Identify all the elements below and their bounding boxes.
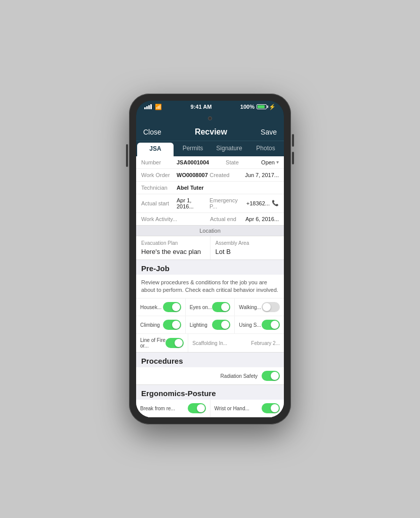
- scaffolding-date: February 2...: [251, 340, 280, 346]
- actual-start-row: Actual start Apr 1, 2016... Emergency P.…: [136, 194, 284, 213]
- status-left: 📶: [144, 104, 162, 110]
- housekeeping-toggle[interactable]: [163, 302, 181, 312]
- housekeeping-label: Housek...: [140, 305, 161, 310]
- number-row: Number JSA0001004 State Open ▾: [136, 156, 284, 169]
- technician-value: Abel Tuter: [177, 185, 204, 191]
- ergonomics-row: Break from re... Wrist or Hand...: [136, 400, 284, 417]
- emergency-p-label: Emergency P...: [209, 197, 246, 209]
- jsa-form: Number JSA0001004 State Open ▾ Work Orde…: [136, 156, 284, 226]
- pre-job-toggles: Housek... Eyes on... Walking...: [136, 298, 284, 353]
- climbing-toggle[interactable]: [163, 320, 181, 330]
- technician-label: Technician: [141, 185, 177, 191]
- work-order-label: Work Order: [141, 172, 177, 178]
- state-label: State: [226, 159, 261, 165]
- volume-up-button[interactable]: [292, 134, 294, 147]
- wrist-or-hand-label: Wrist or Hand...: [215, 406, 249, 411]
- technician-row: Technician Abel Tuter: [136, 182, 284, 194]
- pre-job-description: Review procedures & conditions for the j…: [136, 275, 284, 299]
- work-order-row: Work Order WO0008007 Created Jun 7, 2017…: [136, 169, 284, 182]
- tab-jsa[interactable]: JSA: [137, 143, 174, 156]
- chevron-down-icon[interactable]: ▾: [276, 159, 279, 165]
- battery-icon: [257, 104, 267, 109]
- nav-title: Recview: [195, 127, 227, 137]
- nav-bar: Close Recview Save: [136, 123, 284, 141]
- signal-icon: [144, 104, 152, 109]
- toggle-row-3: Line of Fire or... Scaffolding In... Feb…: [136, 334, 284, 352]
- climbing-label: Climbing: [140, 322, 160, 328]
- scaffolding-label: Scaffolding In...: [192, 340, 227, 346]
- ergonomics-header: Ergonomics-Posture: [136, 385, 284, 400]
- state-badge: Open ▾: [261, 159, 279, 165]
- status-time: 9:41 AM: [191, 104, 212, 110]
- tab-photos[interactable]: Photos: [247, 141, 284, 156]
- state-value: Open: [261, 159, 275, 165]
- status-right: 100% ⚡: [240, 104, 276, 110]
- power-button[interactable]: [126, 144, 128, 167]
- evacuation-cell[interactable]: Evacuation Plan Here's the evac plan: [136, 236, 211, 260]
- procedures-row: Radiation Safety: [136, 367, 284, 385]
- camera-dot: [208, 116, 212, 120]
- scaffolding-toggle-item: Scaffolding In... February 2...: [188, 334, 284, 352]
- work-activity-row: Work Activity... Actual end Apr 6, 2016.…: [136, 213, 284, 225]
- evacuation-plan-label: Evacuation Plan: [141, 240, 205, 246]
- number-label: Number: [141, 159, 177, 165]
- assembly-area-label: Assembly Area: [216, 240, 279, 246]
- content-area: Number JSA0001004 State Open ▾ Work Orde…: [136, 156, 284, 418]
- actual-start-value: Apr 1, 2016...: [177, 197, 209, 209]
- lighting-label: Lighting: [190, 322, 207, 328]
- phone-icon[interactable]: 📞: [272, 200, 279, 206]
- using-s-label: Using S...: [239, 322, 261, 328]
- pre-job-header: Pre-Job: [136, 260, 284, 275]
- volume-down-button[interactable]: [292, 152, 294, 164]
- radiation-safety-toggle[interactable]: [262, 371, 280, 381]
- actual-end-value: Apr 6, 2016...: [245, 216, 279, 222]
- eyes-on-toggle-item: Eyes on...: [186, 298, 235, 316]
- phone-screen: 📶 9:41 AM 100% ⚡ Close Recview Save JSA …: [136, 101, 284, 418]
- close-button[interactable]: Close: [143, 128, 161, 136]
- number-value: JSA0001004: [177, 159, 209, 165]
- work-order-value: WO0008007: [177, 172, 208, 178]
- wrist-or-hand-toggle[interactable]: [262, 403, 280, 413]
- walking-label: Walking...: [239, 305, 261, 310]
- battery-percent: 100%: [240, 104, 255, 110]
- lightning-icon: ⚡: [269, 104, 276, 110]
- walking-toggle[interactable]: [262, 302, 280, 312]
- eyes-on-label: Eyes on...: [190, 305, 212, 310]
- eyes-on-toggle[interactable]: [212, 302, 230, 312]
- tab-signature[interactable]: Signature: [211, 141, 247, 156]
- evac-row: Evacuation Plan Here's the evac plan Ass…: [136, 236, 284, 260]
- created-value: Jun 7, 2017...: [245, 172, 279, 178]
- radiation-safety-label: Radiation Safety: [221, 373, 258, 379]
- walking-toggle-item: Walking...: [235, 298, 284, 316]
- tab-permits[interactable]: Permits: [175, 141, 211, 156]
- toggle-row-1: Housek... Eyes on... Walking...: [136, 298, 284, 316]
- emergency-p-value: +18362...: [246, 200, 270, 206]
- phone-device: 📶 9:41 AM 100% ⚡ Close Recview Save JSA …: [129, 94, 291, 425]
- actual-end-label: Actual end: [210, 216, 245, 222]
- line-of-fire-label: Line of Fire or...: [140, 337, 165, 349]
- evacuation-plan-value: Here's the evac plan: [141, 248, 205, 255]
- using-s-toggle-item: Using S...: [235, 316, 284, 333]
- battery-fill: [258, 105, 265, 108]
- radiation-safety-toggle-item: Radiation Safety: [136, 367, 284, 384]
- assembly-cell[interactable]: Assembly Area Lot B: [211, 236, 284, 260]
- assembly-area-value: Lot B: [216, 248, 279, 255]
- break-from-re-toggle[interactable]: [188, 403, 206, 413]
- lighting-toggle-item: Lighting: [186, 316, 235, 333]
- procedures-header: Procedures: [136, 353, 284, 367]
- housekeeping-toggle-item: Housek...: [136, 298, 186, 316]
- break-from-re-toggle-item: Break from re...: [136, 400, 211, 417]
- save-button[interactable]: Save: [261, 128, 277, 136]
- lighting-toggle[interactable]: [212, 320, 230, 330]
- radiation-toggle-row: Radiation Safety: [136, 367, 284, 384]
- using-s-toggle[interactable]: [262, 320, 280, 330]
- location-header: Location: [136, 226, 284, 236]
- ergonomics-toggle-row: Break from re... Wrist or Hand...: [136, 400, 284, 417]
- toggle-row-2: Climbing Lighting Using S...: [136, 316, 284, 334]
- camera-notch: [136, 112, 284, 123]
- tab-bar: JSA Permits Signature Photos: [136, 141, 284, 156]
- actual-start-label: Actual start: [141, 200, 177, 206]
- break-from-re-label: Break from re...: [140, 406, 175, 411]
- line-of-fire-toggle[interactable]: [165, 338, 184, 348]
- line-of-fire-toggle-item: Line of Fire or...: [136, 334, 188, 352]
